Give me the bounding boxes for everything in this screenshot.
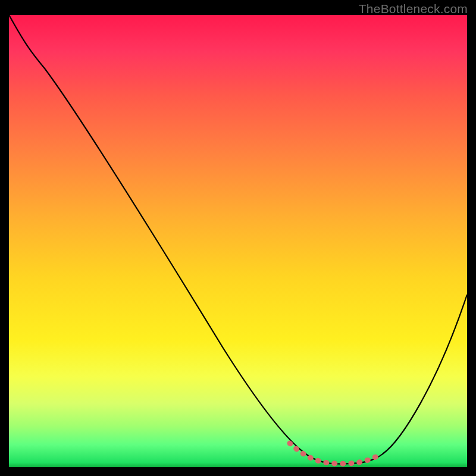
bottleneck-curve	[9, 15, 467, 464]
chart-svg	[9, 15, 467, 467]
watermark-text: TheBottleneck.com	[359, 2, 468, 16]
optimal-range-marker	[290, 443, 379, 464]
